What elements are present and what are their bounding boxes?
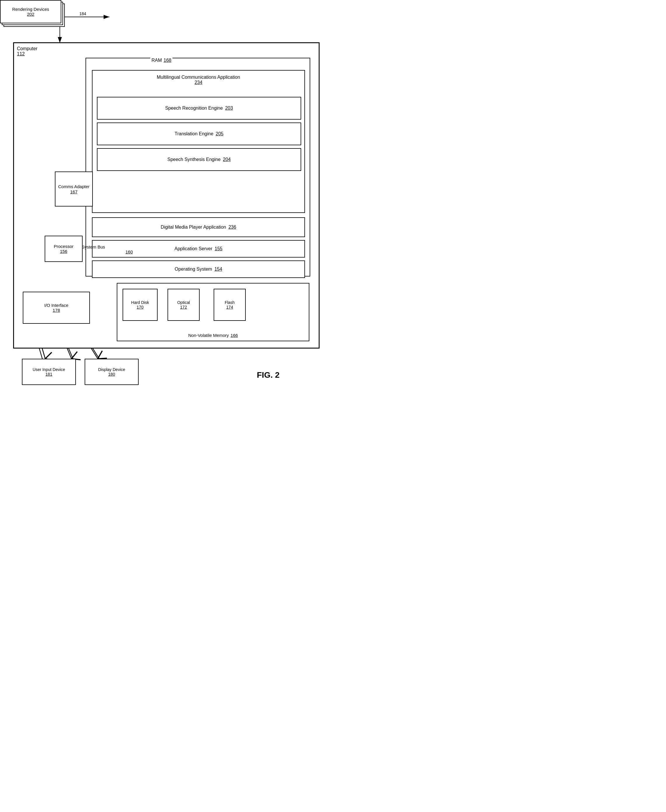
flash-title: Flash — [225, 300, 235, 305]
comms-number: 167 — [70, 189, 77, 194]
rendering-devices-number: 202 — [27, 12, 34, 16]
processor-title: Processor — [54, 244, 74, 249]
mca-title-area: Multilingual Communications Application … — [92, 71, 304, 85]
computer-label-text: Computer — [17, 46, 37, 51]
rendering-devices-box: Rendering Devices 202 — [0, 0, 61, 23]
ram-label: RAM 168 — [150, 58, 173, 63]
ram-box: RAM 168 Multilingual Communications Appl… — [86, 58, 310, 276]
fig-label: FIG. 2 — [257, 370, 280, 380]
te-title: Translation Engine — [175, 131, 213, 136]
optical-disk-box: Optical 172 — [168, 289, 199, 321]
dmp-title: Digital Media Player Application — [161, 225, 226, 230]
hard-disk-title: Hard Disk — [131, 300, 149, 305]
display-device-box: Display Device 180 — [85, 359, 138, 385]
ram-title: RAM — [152, 58, 162, 63]
optical-number: 172 — [180, 305, 187, 309]
system-bus-number-area: 160 — [125, 249, 133, 254]
os-box: Operating System 154 — [92, 260, 305, 278]
mca-title: Multilingual Communications Application — [157, 75, 240, 80]
ram-number: 168 — [164, 58, 171, 63]
flash-number: 174 — [226, 305, 233, 309]
nvm-label: Non-Volatile Memory 166 — [117, 333, 309, 338]
processor-number: 156 — [60, 249, 67, 254]
sse-number: 204 — [223, 157, 231, 162]
os-title: Operating System — [175, 266, 212, 272]
comms-title: Comms Adapter — [58, 184, 90, 190]
io-box: I/O Interface 178 — [23, 292, 90, 324]
as-number: 155 — [215, 246, 223, 251]
sse-box: Speech Synthesis Engine 204 — [97, 148, 301, 171]
te-number: 205 — [216, 131, 224, 136]
as-title: Application Server — [175, 246, 213, 251]
system-bus-text: System Bus — [82, 245, 105, 249]
hard-disk-number: 170 — [137, 305, 143, 309]
hard-disk-box: Hard Disk 170 — [123, 289, 158, 321]
mca-box: Multilingual Communications Application … — [92, 70, 305, 213]
processor-box: Processor 156 — [45, 236, 82, 262]
computer-label: Computer 112 — [17, 46, 37, 57]
io-title: I/O Interface — [45, 303, 69, 308]
as-box: Application Server 155 — [92, 240, 305, 258]
dmp-number: 236 — [229, 225, 236, 230]
io-number: 178 — [53, 308, 60, 313]
optical-title: Optical — [177, 300, 190, 305]
sre-box: Speech Recognition Engine 203 — [97, 97, 301, 120]
diagram-container: 184 — [0, 0, 333, 406]
dd-number: 180 — [108, 372, 115, 376]
nvm-label-text: Non-Volatile Memory — [188, 333, 229, 338]
nvm-number: 166 — [231, 333, 238, 338]
sre-number: 203 — [225, 105, 233, 111]
rendering-devices-title: Rendering Devices — [12, 7, 49, 12]
dd-title: Display Device — [98, 367, 125, 372]
uid-box: User Input Device 181 — [22, 359, 76, 385]
comms-box: Comms Adapter 167 — [55, 171, 93, 207]
mca-number: 234 — [195, 80, 203, 85]
sse-title: Speech Synthesis Engine — [167, 157, 220, 162]
dmp-box: Digital Media Player Application 236 — [92, 217, 305, 237]
flash-box: Flash 174 — [214, 289, 246, 321]
nvm-box: Hard Disk 170 Optical 172 Flash 174 Non-… — [117, 283, 309, 341]
system-bus-label: System Bus — [82, 245, 105, 249]
computer-number: 112 — [17, 51, 25, 56]
system-bus-number: 160 — [125, 249, 133, 254]
uid-number: 181 — [46, 372, 52, 376]
uid-title: User Input Device — [33, 367, 65, 372]
os-number: 154 — [214, 266, 223, 272]
svg-text:184: 184 — [79, 12, 86, 16]
te-box: Translation Engine 205 — [97, 123, 301, 145]
sre-title: Speech Recognition Engine — [165, 105, 223, 111]
